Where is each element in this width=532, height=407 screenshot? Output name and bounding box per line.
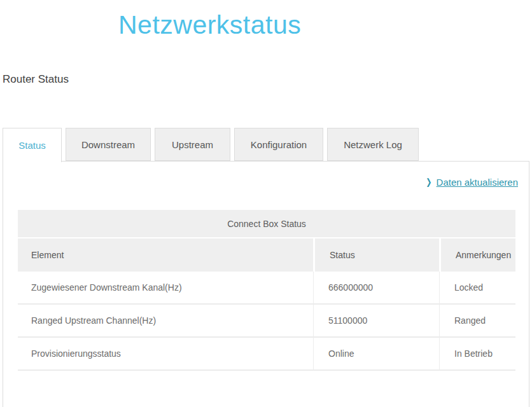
refresh-data-link[interactable]: ❯ Daten aktualisieren [426,177,518,188]
cell-anmerkungen: Ranged [439,305,515,338]
refresh-row: ❯ Daten aktualisieren [3,162,529,190]
tab-downstream[interactable]: Downstream [66,128,151,161]
table-row: Ranged Upstream Channel(Hz) 51100000 Ran… [18,305,515,338]
tab-netzwerk-log[interactable]: Netzwerk Log [327,128,419,161]
tab-status[interactable]: Status [3,128,62,162]
cell-element: Provisionierungsstatus [18,338,313,371]
tab-bar: Status Downstream Upstream Konfiguration… [3,128,419,162]
cell-element: Zugewiesener Downstream Kanal(Hz) [18,272,313,305]
status-tab-panel: ❯ Daten aktualisieren Connect Box Status… [3,161,529,407]
tab-konfiguration[interactable]: Konfiguration [234,128,323,161]
column-header-status: Status [313,238,439,272]
table-title: Connect Box Status [18,210,515,238]
cell-status: Online [313,338,439,371]
column-header-element: Element [18,238,313,272]
section-title: Router Status [3,73,532,86]
table-row: Provisionierungsstatus Online In Betrieb [18,338,515,371]
tab-upstream[interactable]: Upstream [155,128,230,161]
connect-box-status-table: Connect Box Status Element Status Anmerk… [18,210,515,371]
cell-status: 666000000 [313,272,439,305]
column-header-anmerkungen: Anmerkungen [439,238,515,272]
cell-status: 51100000 [313,305,439,338]
cell-anmerkungen: Locked [439,272,515,305]
table-row: Zugewiesener Downstream Kanal(Hz) 666000… [18,272,515,305]
table-title-row: Connect Box Status [18,210,515,238]
cell-anmerkungen: In Betrieb [439,338,515,371]
page-title: Netzwerkstatus [118,10,532,40]
chevron-right-icon: ❯ [426,177,431,187]
table-header-row: Element Status Anmerkungen [18,238,515,272]
cell-element: Ranged Upstream Channel(Hz) [18,305,313,338]
network-status-page: Netzwerkstatus Router Status Status Down… [0,10,532,407]
refresh-data-label: Daten aktualisieren [437,177,518,188]
